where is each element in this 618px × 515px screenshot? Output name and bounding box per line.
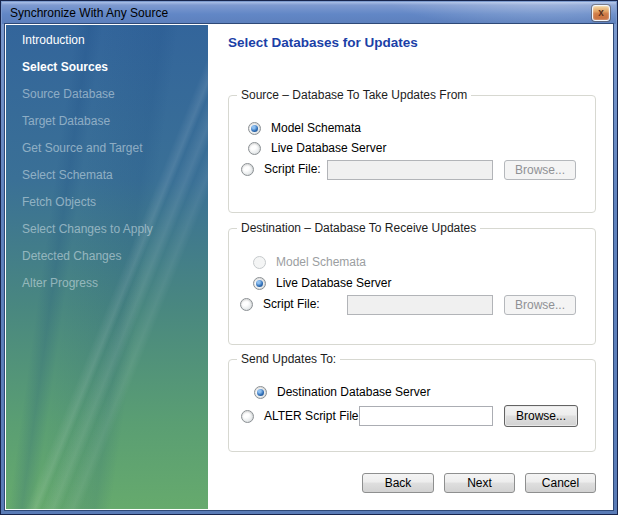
source-browse-button: Browse...	[504, 160, 576, 180]
source-script-file-input	[327, 160, 493, 180]
radio-label-source-model-schemata[interactable]: Model Schemata	[271, 121, 361, 136]
radio-label-source-script-file[interactable]: Script File:	[264, 162, 321, 177]
radio-destination-database-server[interactable]	[254, 386, 267, 399]
sidebar-item-get-source-and-target: Get Source and Target	[6, 135, 208, 162]
group-source: Source – Database To Take Updates From M…	[228, 95, 596, 213]
group-send-updates-to: Send Updates To: Destination Database Se…	[228, 359, 596, 452]
sidebar-item-detected-changes: Detected Changes	[6, 243, 208, 270]
radio-label-alter-script-file[interactable]: ALTER Script File:	[264, 409, 362, 424]
group-source-title: Source – Database To Take Updates From	[237, 88, 471, 102]
content-pane: Select Databases for Updates Source – Da…	[208, 25, 612, 509]
radio-destination-script-file[interactable]	[240, 298, 253, 311]
radio-label-source-live-database-server[interactable]: Live Database Server	[271, 141, 386, 156]
dialog-window: Synchronize With Any Source x Introducti…	[0, 0, 618, 515]
group-destination: Destination – Database To Receive Update…	[228, 228, 596, 345]
window-title: Synchronize With Any Source	[10, 2, 168, 24]
radio-label-destination-live-database-server[interactable]: Live Database Server	[276, 276, 391, 291]
sidebar-item-select-sources: Select Sources	[6, 54, 208, 81]
next-button[interactable]: Next	[444, 473, 515, 493]
radio-alter-script-file[interactable]	[241, 410, 254, 423]
sidebar-item-introduction: Introduction	[6, 27, 208, 54]
radio-source-script-file[interactable]	[241, 163, 254, 176]
radio-source-live-database-server[interactable]	[248, 142, 261, 155]
wizard-step-list: Introduction Select Sources Source Datab…	[6, 25, 208, 297]
destination-script-file-input	[347, 295, 493, 315]
back-button[interactable]: Back	[362, 473, 434, 493]
sidebar-item-alter-progress: Alter Progress	[6, 270, 208, 297]
sidebar-item-fetch-objects: Fetch Objects	[6, 189, 208, 216]
radio-label-destination-script-file[interactable]: Script File:	[263, 297, 320, 312]
dialog-body: Introduction Select Sources Source Datab…	[5, 24, 613, 510]
sidebar-item-select-schemata: Select Schemata	[6, 162, 208, 189]
page-title: Select Databases for Updates	[228, 35, 418, 50]
group-send-updates-title: Send Updates To:	[237, 352, 340, 366]
radio-label-destination-model-schemata: Model Schemata	[276, 255, 366, 270]
cancel-button[interactable]: Cancel	[525, 473, 596, 493]
wizard-steps-sidebar: Introduction Select Sources Source Datab…	[6, 25, 208, 509]
destination-browse-button: Browse...	[504, 295, 576, 315]
close-button[interactable]: x	[592, 5, 610, 21]
titlebar: Synchronize With Any Source x	[2, 2, 616, 24]
radio-destination-live-database-server[interactable]	[253, 277, 266, 290]
alter-script-file-input[interactable]	[359, 406, 493, 426]
alter-browse-button[interactable]: Browse...	[504, 405, 578, 427]
radio-label-destination-database-server[interactable]: Destination Database Server	[277, 385, 430, 400]
radio-destination-model-schemata	[253, 256, 266, 269]
sidebar-item-select-changes-to-apply: Select Changes to Apply	[6, 216, 208, 243]
close-icon: x	[593, 6, 609, 20]
group-destination-title: Destination – Database To Receive Update…	[237, 221, 480, 235]
radio-source-model-schemata[interactable]	[248, 122, 261, 135]
sidebar-item-target-database: Target Database	[6, 108, 208, 135]
sidebar-item-source-database: Source Database	[6, 81, 208, 108]
